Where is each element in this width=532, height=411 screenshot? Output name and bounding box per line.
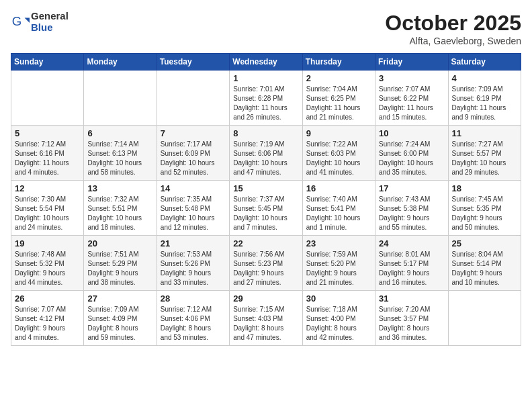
calendar-cell: 1Sunrise: 7:01 AM Sunset: 6:28 PM Daylig…: [230, 71, 302, 126]
day-number: 14: [161, 183, 226, 193]
day-number: 18: [452, 183, 517, 193]
day-number: 7: [161, 128, 226, 138]
calendar-cell: 4Sunrise: 7:09 AM Sunset: 6:19 PM Daylig…: [448, 71, 521, 126]
day-number: 27: [87, 293, 152, 304]
day-info: Sunrise: 7:35 AM Sunset: 5:48 PM Dayligh…: [161, 195, 226, 232]
day-number: 12: [15, 183, 80, 193]
day-info: Sunrise: 7:59 AM Sunset: 5:20 PM Dayligh…: [306, 250, 371, 287]
day-number: 8: [233, 128, 298, 138]
day-of-week-header: Monday: [84, 54, 157, 71]
day-of-week-header: Friday: [375, 54, 448, 71]
svg-text:G: G: [12, 13, 22, 28]
calendar-cell: 2Sunrise: 7:04 AM Sunset: 6:25 PM Daylig…: [302, 71, 375, 126]
calendar-cell: 31Sunrise: 7:20 AM Sunset: 3:57 PM Dayli…: [375, 291, 448, 346]
day-number: 9: [306, 128, 371, 138]
day-number: 2: [306, 73, 371, 83]
day-number: 24: [379, 238, 444, 248]
calendar-cell: 30Sunrise: 7:18 AM Sunset: 4:00 PM Dayli…: [302, 291, 375, 346]
day-info: Sunrise: 7:04 AM Sunset: 6:25 PM Dayligh…: [306, 85, 371, 122]
day-number: 5: [15, 128, 80, 138]
calendar-week-row: 19Sunrise: 7:48 AM Sunset: 5:32 PM Dayli…: [11, 236, 521, 291]
calendar-cell: 28Sunrise: 7:12 AM Sunset: 4:06 PM Dayli…: [157, 291, 229, 346]
location-subtitle: Alfta, Gaevleborg, Sweden: [385, 36, 521, 46]
day-info: Sunrise: 7:20 AM Sunset: 3:57 PM Dayligh…: [379, 305, 444, 342]
calendar-week-row: 1Sunrise: 7:01 AM Sunset: 6:28 PM Daylig…: [11, 71, 521, 126]
day-number: 29: [233, 293, 298, 304]
day-info: Sunrise: 7:53 AM Sunset: 5:26 PM Dayligh…: [161, 250, 226, 287]
day-info: Sunrise: 7:48 AM Sunset: 5:32 PM Dayligh…: [15, 250, 80, 287]
day-info: Sunrise: 7:51 AM Sunset: 5:29 PM Dayligh…: [87, 250, 152, 287]
calendar-week-row: 12Sunrise: 7:30 AM Sunset: 5:54 PM Dayli…: [11, 181, 521, 236]
page-header: G General Blue October 2025 Alfta, Gaevl…: [11, 11, 521, 46]
calendar-table: SundayMondayTuesdayWednesdayThursdayFrid…: [11, 53, 521, 346]
day-number: 21: [161, 238, 226, 248]
day-number: 4: [452, 73, 517, 83]
day-number: 19: [15, 238, 80, 248]
day-info: Sunrise: 7:07 AM Sunset: 6:22 PM Dayligh…: [379, 85, 444, 122]
day-of-week-header: Sunday: [11, 54, 84, 71]
calendar-cell: 3Sunrise: 7:07 AM Sunset: 6:22 PM Daylig…: [375, 71, 448, 126]
day-info: Sunrise: 7:09 AM Sunset: 4:09 PM Dayligh…: [87, 305, 152, 342]
day-number: 16: [306, 183, 371, 193]
calendar-cell: 20Sunrise: 7:51 AM Sunset: 5:29 PM Dayli…: [84, 236, 157, 291]
day-of-week-header: Saturday: [448, 54, 521, 71]
day-number: 1: [233, 73, 298, 83]
day-number: 28: [161, 293, 226, 304]
day-info: Sunrise: 7:12 AM Sunset: 6:16 PM Dayligh…: [15, 140, 80, 177]
day-info: Sunrise: 8:01 AM Sunset: 5:17 PM Dayligh…: [379, 250, 444, 287]
day-number: 30: [306, 293, 371, 304]
day-info: Sunrise: 7:37 AM Sunset: 5:45 PM Dayligh…: [233, 195, 298, 232]
calendar-cell: 9Sunrise: 7:22 AM Sunset: 6:03 PM Daylig…: [302, 126, 375, 181]
month-title: October 2025: [385, 11, 521, 36]
day-info: Sunrise: 7:43 AM Sunset: 5:38 PM Dayligh…: [379, 195, 444, 232]
calendar-cell: 11Sunrise: 7:27 AM Sunset: 5:57 PM Dayli…: [448, 126, 521, 181]
day-number: 31: [379, 293, 444, 304]
day-of-week-header: Thursday: [302, 54, 375, 71]
day-info: Sunrise: 7:07 AM Sunset: 4:12 PM Dayligh…: [15, 305, 80, 342]
logo: G General Blue: [11, 11, 69, 33]
svg-marker-1: [25, 17, 30, 22]
day-number: 13: [87, 183, 152, 193]
day-info: Sunrise: 7:30 AM Sunset: 5:54 PM Dayligh…: [15, 195, 80, 232]
calendar-cell: 5Sunrise: 7:12 AM Sunset: 6:16 PM Daylig…: [11, 126, 84, 181]
day-info: Sunrise: 7:22 AM Sunset: 6:03 PM Dayligh…: [306, 140, 371, 177]
calendar-cell: 24Sunrise: 8:01 AM Sunset: 5:17 PM Dayli…: [375, 236, 448, 291]
calendar-cell: [11, 71, 84, 126]
calendar-cell: 14Sunrise: 7:35 AM Sunset: 5:48 PM Dayli…: [157, 181, 229, 236]
day-info: Sunrise: 8:04 AM Sunset: 5:14 PM Dayligh…: [452, 250, 517, 287]
calendar-cell: 13Sunrise: 7:32 AM Sunset: 5:51 PM Dayli…: [84, 181, 157, 236]
calendar-cell: 19Sunrise: 7:48 AM Sunset: 5:32 PM Dayli…: [11, 236, 84, 291]
day-number: 22: [233, 238, 298, 248]
calendar-cell: 18Sunrise: 7:45 AM Sunset: 5:35 PM Dayli…: [448, 181, 521, 236]
title-block: October 2025 Alfta, Gaevleborg, Sweden: [385, 11, 521, 46]
calendar-cell: [448, 291, 521, 346]
day-number: 10: [379, 128, 444, 138]
calendar-cell: [84, 71, 157, 126]
day-number: 6: [87, 128, 152, 138]
logo-icon: G: [11, 13, 30, 32]
calendar-cell: 17Sunrise: 7:43 AM Sunset: 5:38 PM Dayli…: [375, 181, 448, 236]
day-number: 20: [87, 238, 152, 248]
day-info: Sunrise: 7:32 AM Sunset: 5:51 PM Dayligh…: [87, 195, 152, 232]
calendar-cell: 21Sunrise: 7:53 AM Sunset: 5:26 PM Dayli…: [157, 236, 229, 291]
logo-blue: Blue: [31, 22, 69, 34]
calendar-cell: 10Sunrise: 7:24 AM Sunset: 6:00 PM Dayli…: [375, 126, 448, 181]
calendar-week-row: 26Sunrise: 7:07 AM Sunset: 4:12 PM Dayli…: [11, 291, 521, 346]
calendar-cell: 15Sunrise: 7:37 AM Sunset: 5:45 PM Dayli…: [230, 181, 302, 236]
day-info: Sunrise: 7:45 AM Sunset: 5:35 PM Dayligh…: [452, 195, 517, 232]
day-of-week-header: Wednesday: [230, 54, 302, 71]
logo-general: General: [31, 11, 69, 22]
day-info: Sunrise: 7:56 AM Sunset: 5:23 PM Dayligh…: [233, 250, 298, 287]
day-number: 15: [233, 183, 298, 193]
day-number: 3: [379, 73, 444, 83]
calendar-cell: 27Sunrise: 7:09 AM Sunset: 4:09 PM Dayli…: [84, 291, 157, 346]
logo-text: General Blue: [31, 11, 69, 33]
day-info: Sunrise: 7:09 AM Sunset: 6:19 PM Dayligh…: [452, 85, 517, 122]
calendar-week-row: 5Sunrise: 7:12 AM Sunset: 6:16 PM Daylig…: [11, 126, 521, 181]
day-number: 25: [452, 238, 517, 248]
calendar-cell: 26Sunrise: 7:07 AM Sunset: 4:12 PM Dayli…: [11, 291, 84, 346]
calendar-cell: [157, 71, 229, 126]
day-info: Sunrise: 7:01 AM Sunset: 6:28 PM Dayligh…: [233, 85, 298, 122]
calendar-cell: 23Sunrise: 7:59 AM Sunset: 5:20 PM Dayli…: [302, 236, 375, 291]
day-number: 11: [452, 128, 517, 138]
